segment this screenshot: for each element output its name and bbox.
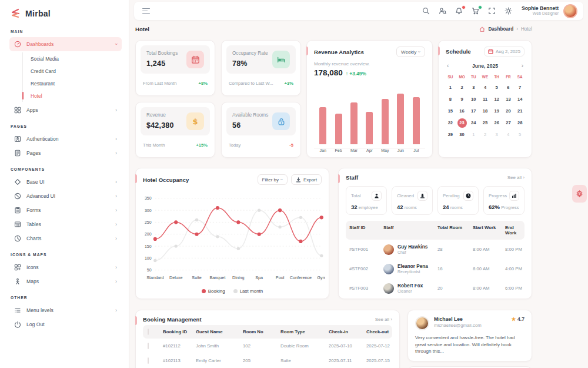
calendar-day[interactable]: 28 bbox=[514, 117, 526, 128]
calendar-day[interactable]: 18 bbox=[479, 105, 491, 117]
calendar-day[interactable]: 2 bbox=[479, 129, 491, 140]
staff-table-header: Staff IDStaffTotal RoomStart WorkEnd Wor… bbox=[346, 221, 524, 240]
calendar-day[interactable]: 15 bbox=[445, 105, 456, 117]
sidebar-item-charts[interactable]: Charts› bbox=[9, 231, 122, 246]
sidebar-item-pages[interactable]: Pages› bbox=[9, 146, 122, 160]
calendar-day[interactable]: 2 bbox=[456, 82, 468, 93]
calendar-prev-button[interactable]: ‹ bbox=[447, 62, 449, 69]
select-all-checkbox[interactable] bbox=[148, 329, 163, 334]
card-accent bbox=[338, 174, 340, 183]
sidebar-item-menu-levels[interactable]: Menu levels› bbox=[9, 303, 122, 317]
calendar-day[interactable]: 11 bbox=[479, 94, 491, 105]
sidebar-subitem-social-media[interactable]: Social Media bbox=[31, 52, 122, 65]
menu-toggle-icon[interactable] bbox=[142, 8, 151, 14]
calendar-day[interactable]: 4 bbox=[503, 129, 514, 140]
sidebar-item-forms[interactable]: Forms› bbox=[9, 203, 122, 217]
sidebar-item-label: Tables bbox=[26, 221, 110, 227]
sidebar-item-apps[interactable]: Apps› bbox=[9, 103, 122, 117]
sidebar-item-log-out[interactable]: Log Out bbox=[9, 317, 122, 331]
stat-footer-label: From Last Month bbox=[143, 81, 176, 86]
calendar-day[interactable]: 24 bbox=[467, 117, 479, 128]
summary-unit: Progress bbox=[500, 205, 519, 210]
staff-person: Robert FoxCleaner bbox=[383, 283, 437, 294]
row-checkbox[interactable] bbox=[148, 358, 163, 363]
filter-by-button[interactable]: Filter by› bbox=[258, 174, 288, 185]
booking-see-all-link[interactable]: See all › bbox=[375, 317, 392, 322]
calendar-day[interactable]: 7 bbox=[514, 82, 526, 93]
user-search-icon[interactable] bbox=[436, 4, 450, 18]
check-in: 2025-07-11 bbox=[329, 358, 366, 363]
sidebar-subitem-credit-card[interactable]: Credit Card bbox=[31, 65, 122, 77]
svg-text:Gym: Gym bbox=[317, 275, 325, 280]
period-select[interactable]: Weekly› bbox=[396, 47, 425, 57]
calendar-day[interactable]: 9 bbox=[456, 94, 468, 105]
staff-see-all-link[interactable]: See all › bbox=[507, 175, 524, 180]
sidebar-subitem-hotel[interactable]: Hotel bbox=[31, 89, 122, 102]
revenue-delta: ↑ +3.49% bbox=[346, 71, 366, 77]
mirbal-logo-icon bbox=[9, 8, 21, 19]
sidebar-item-dashboards[interactable]: Dashboards› bbox=[9, 37, 122, 51]
breadcrumb: Dashboard › Hotel bbox=[479, 26, 532, 32]
calendar-day[interactable]: 1 bbox=[467, 129, 479, 140]
export-button[interactable]: Export bbox=[291, 174, 322, 185]
breadcrumb-dashboard[interactable]: Dashboard bbox=[488, 26, 513, 32]
calendar-day[interactable]: 21 bbox=[514, 105, 526, 117]
sidebar-item-tables[interactable]: Tables› bbox=[9, 217, 122, 231]
sidebar-item-icons[interactable]: Icons› bbox=[9, 260, 122, 274]
sidebar-item-maps[interactable]: Maps› bbox=[9, 274, 122, 289]
calendar-day[interactable]: 6 bbox=[503, 82, 514, 93]
sidebar-item-base-ui[interactable]: Base UI› bbox=[9, 175, 122, 189]
stat-footer: Today-5 bbox=[222, 140, 300, 150]
calendar-day[interactable]: 14 bbox=[514, 94, 526, 105]
theme-toggle-icon[interactable] bbox=[502, 4, 516, 18]
calendar-next-button[interactable]: › bbox=[522, 62, 523, 69]
staff-name: Eleanor Pena bbox=[397, 264, 428, 270]
calendar-day[interactable]: 19 bbox=[491, 105, 503, 117]
calendar-day[interactable]: 27 bbox=[503, 117, 514, 128]
calendar-day[interactable]: 8 bbox=[445, 94, 456, 105]
section-label-other: OTHER bbox=[11, 296, 122, 300]
stat-texts: Revenue$42,380 bbox=[146, 112, 174, 130]
settings-fab[interactable] bbox=[572, 185, 587, 203]
calendar-day[interactable]: 12 bbox=[491, 94, 503, 105]
calendar-day[interactable]: 13 bbox=[503, 94, 514, 105]
calendar-day[interactable]: 16 bbox=[456, 105, 468, 117]
notifications-icon[interactable] bbox=[452, 4, 466, 18]
calendar-day[interactable]: 10 bbox=[467, 94, 479, 105]
search-icon[interactable] bbox=[419, 4, 433, 18]
svg-text:Dining: Dining bbox=[232, 275, 244, 280]
logout-icon bbox=[14, 321, 21, 328]
summary-label: Pending bbox=[443, 193, 460, 198]
cart-icon[interactable] bbox=[469, 4, 483, 18]
calendar-day[interactable]: 20 bbox=[503, 105, 514, 117]
user-avatar[interactable] bbox=[563, 4, 577, 18]
summary-label: Total bbox=[351, 193, 360, 198]
calendar-day[interactable]: 26 bbox=[491, 117, 503, 128]
calendar-day[interactable]: 3 bbox=[491, 129, 503, 140]
calendar-day[interactable]: 1 bbox=[445, 82, 456, 93]
row-checkbox[interactable] bbox=[148, 343, 163, 349]
calendar-day[interactable]: 17 bbox=[467, 105, 479, 117]
calendar-day[interactable]: 22 bbox=[445, 117, 456, 128]
calendar-day[interactable]: 3 bbox=[467, 82, 479, 93]
sidebar-item-authentication[interactable]: Authentication› bbox=[9, 132, 122, 146]
calendar-day[interactable]: 5 bbox=[491, 82, 503, 93]
staff-role: Chef bbox=[397, 250, 427, 254]
calendar-day[interactable]: 25 bbox=[479, 117, 491, 128]
fullscreen-icon[interactable] bbox=[485, 4, 499, 18]
sidebar-item-advanced-ui[interactable]: Advanced UI› bbox=[9, 189, 122, 203]
calendar-day[interactable]: 4 bbox=[479, 82, 491, 93]
calendar-day[interactable]: 29 bbox=[445, 129, 456, 140]
calendar-day[interactable]: 30 bbox=[456, 129, 468, 140]
svg-text:200: 200 bbox=[145, 232, 152, 236]
sidebar-subitem-restaurant[interactable]: Restaurant bbox=[31, 77, 122, 89]
bar-label: Apr bbox=[362, 148, 377, 152]
section-label-pages: PAGES bbox=[11, 124, 122, 128]
calendar-day[interactable]: 5 bbox=[514, 129, 526, 140]
calendar-day-selected[interactable]: 23 bbox=[456, 117, 468, 128]
calendar-icon bbox=[186, 51, 204, 68]
sidebar-item-label: Dashboards bbox=[26, 41, 110, 47]
chevron-right-icon: › bbox=[115, 221, 117, 227]
date-picker-button[interactable]: Aug 2, 2025 bbox=[484, 47, 524, 57]
home-icon[interactable] bbox=[479, 26, 485, 32]
